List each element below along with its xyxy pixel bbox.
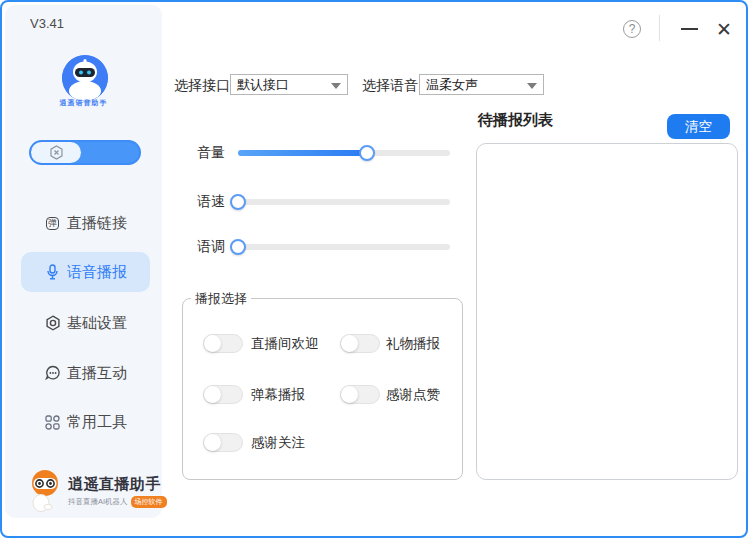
voice-select-label: 选择语音: — [362, 77, 422, 95]
brand-footer: 逍遥直播助手 抖音直播AI机器人 场控软件 — [27, 469, 167, 513]
toggle-thank-likes[interactable] — [340, 385, 380, 404]
pending-list-title: 待播报列表 — [478, 111, 553, 130]
sidebar: V3.41 逍遥语音助手 弹 — [5, 5, 162, 518]
toggle-gift-broadcast-label: 礼物播报 — [386, 335, 440, 353]
interface-select[interactable]: 默认接口 — [230, 74, 348, 95]
minimize-icon — [681, 28, 698, 30]
robot-mascot-icon — [62, 55, 108, 101]
sidebar-item-label: 常用工具 — [67, 413, 127, 432]
sidebar-item-basic-settings[interactable]: 基础设置 — [21, 303, 150, 343]
toggle-danmu-broadcast[interactable] — [203, 385, 243, 404]
pitch-row: 语调 — [197, 237, 457, 257]
sidebar-item-label: 基础设置 — [67, 314, 127, 333]
broadcast-group-title: 播报选择 — [191, 290, 251, 308]
version-label: V3.41 — [30, 16, 64, 31]
danmu-bubble-icon: 弹 — [44, 215, 61, 232]
speed-slider-handle[interactable] — [230, 194, 246, 210]
sidebar-item-label: 直播链接 — [67, 214, 127, 233]
voice-select-value: 温柔女声 — [426, 76, 478, 94]
volume-slider-handle[interactable] — [359, 145, 375, 161]
toggle-room-welcome[interactable] — [203, 334, 243, 353]
sidebar-item-live-interaction[interactable]: 直播互动 — [21, 353, 150, 393]
toggle-thank-follow[interactable] — [203, 433, 243, 452]
pitch-slider-handle[interactable] — [230, 239, 246, 255]
volume-label: 音量 — [197, 144, 238, 162]
volume-slider[interactable] — [238, 145, 450, 161]
interface-select-label: 选择接口: — [174, 77, 234, 95]
help-icon: ? — [629, 22, 636, 36]
minimize-button[interactable] — [679, 19, 699, 39]
chevron-down-icon — [331, 83, 341, 89]
sidebar-item-label: 语音播报 — [67, 263, 127, 282]
speed-row: 语速 — [197, 192, 457, 212]
sidebar-item-live-link[interactable]: 弹 直播链接 — [21, 203, 150, 243]
toggle-room-welcome-label: 直播间欢迎 — [251, 335, 319, 353]
broadcast-select-group: 播报选择 直播间欢迎 礼物播报 弹幕播报 感谢点赞 感谢关注 — [182, 298, 463, 480]
logo-caption: 逍遥语音助手 — [5, 98, 162, 108]
pitch-slider[interactable] — [238, 239, 450, 255]
orange-robot-icon — [27, 469, 63, 513]
microphone-icon — [44, 264, 61, 281]
help-button[interactable]: ? — [623, 20, 641, 38]
speed-slider[interactable] — [238, 194, 450, 210]
sidebar-item-label: 直播互动 — [67, 364, 127, 383]
toggle-danmu-broadcast-label: 弹幕播报 — [251, 386, 305, 404]
brand-title: 逍遥直播助手 — [68, 475, 167, 494]
hexagon-x-icon — [49, 145, 64, 160]
toggle-thank-likes-label: 感谢点赞 — [386, 386, 440, 404]
volume-row: 音量 — [197, 143, 457, 163]
toggle-gift-broadcast[interactable] — [340, 334, 380, 353]
brand-subtitle: 抖音直播AI机器人 — [68, 497, 128, 507]
chat-bubble-icon — [44, 365, 61, 382]
interface-select-value: 默认接口 — [237, 76, 289, 94]
power-knob — [31, 142, 81, 163]
close-icon: ✕ — [716, 18, 732, 41]
grid-icon — [44, 414, 61, 431]
close-button[interactable]: ✕ — [712, 16, 736, 42]
app-logo — [62, 55, 108, 101]
toggle-thank-follow-label: 感谢关注 — [251, 434, 305, 452]
sidebar-item-common-tools[interactable]: 常用工具 — [21, 402, 150, 442]
sidebar-item-voice-broadcast[interactable]: 语音播报 — [21, 252, 150, 292]
main-power-toggle[interactable] — [29, 140, 141, 165]
controls-divider — [659, 15, 660, 41]
clear-button[interactable]: 清空 — [667, 114, 730, 139]
app-window: V3.41 逍遥语音助手 弹 — [0, 0, 748, 538]
pending-broadcast-list[interactable] — [476, 143, 738, 480]
settings-nut-icon — [44, 315, 61, 332]
brand-badge: 场控软件 — [131, 496, 167, 508]
chevron-down-icon — [527, 83, 537, 89]
voice-select[interactable]: 温柔女声 — [419, 74, 544, 95]
